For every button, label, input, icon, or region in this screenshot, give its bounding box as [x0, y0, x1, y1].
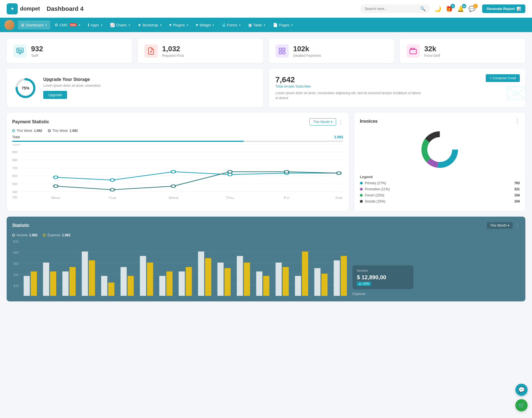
donut-container [360, 129, 520, 170]
svg-rect-5 [279, 48, 282, 50]
search-icon[interactable]: 🔍 [420, 6, 426, 11]
nav-item-cms[interactable]: ⚙ CMS New ▾ [51, 20, 83, 29]
required-price-icon [144, 44, 158, 58]
svg-text:40: 40 [13, 251, 18, 254]
svg-rect-64 [62, 271, 68, 296]
table-arrow: ▾ [264, 24, 265, 27]
nav-item-apps[interactable]: ℹ Apps ▾ [85, 20, 106, 29]
navbar: ⊞ Dashboard ▾ ⚙ CMS New ▾ ℹ Apps ▾ 📈 Cha… [0, 18, 532, 32]
email-subtitle: Total emails Subcriber. [275, 84, 519, 88]
svg-rect-87 [283, 267, 289, 296]
svg-text:100: 100 [12, 144, 20, 146]
upgrade-button[interactable]: Upgrade [43, 91, 67, 99]
nav-item-widget[interactable]: ♥ Widget ▾ [193, 20, 218, 29]
svg-rect-78 [198, 252, 204, 296]
logo-icon: ✦ [7, 3, 18, 14]
svg-rect-0 [17, 48, 23, 53]
statistic-chart-area: Income 1.982 Expense 1.982 [12, 233, 347, 296]
bell-badge: 12 [462, 4, 466, 8]
svg-rect-60 [24, 276, 30, 296]
statistic-legend: Income 1.982 Expense 1.982 [12, 233, 347, 237]
legend-dot-2 [48, 129, 51, 132]
nav-item-table[interactable]: ▦ Table ▾ [245, 20, 268, 29]
income-panel: Income $ 12,890,00 ▲ +15% [352, 265, 413, 289]
legend-color-socials [360, 200, 363, 203]
statistic-filter-button[interactable]: This Month ▾ [487, 222, 513, 229]
nav-item-forms[interactable]: 🖨 Forms ▾ [218, 20, 244, 29]
storage-info: Upgrade Your Storage Lorem ipsum dolor s… [43, 77, 101, 99]
apps-arrow: ▾ [101, 24, 102, 27]
svg-text:90: 90 [12, 150, 17, 154]
svg-text:10: 10 [13, 284, 18, 288]
legend-color-forum [360, 194, 363, 197]
payment-chart: 100 90 80 70 60 50 40 30 [12, 144, 343, 199]
bell-button[interactable]: 🔔 12 [457, 6, 464, 12]
legend-line-promotion: Promotion (11%) 321 [360, 187, 520, 191]
detailed-payments-label: Detalled Payments [293, 54, 321, 58]
gift-button[interactable]: 🎁 2 [446, 6, 453, 12]
nav-item-plugins[interactable]: ♥ Plugins ▾ [166, 20, 191, 29]
nav-item-dashboard[interactable]: ⊞ Dashboard ▾ [18, 20, 50, 29]
svg-text:Wed: Wed [168, 196, 178, 199]
svg-point-35 [171, 185, 176, 188]
svg-rect-86 [276, 263, 282, 296]
svg-text:50: 50 [12, 182, 17, 186]
nav-item-bootstrap[interactable]: ★ Bootstrap ▾ [134, 20, 165, 29]
invoices-more-button[interactable]: ⋮ [515, 118, 520, 124]
search-input[interactable] [365, 7, 420, 11]
forms-icon: 🖨 [222, 23, 226, 27]
svg-rect-73 [147, 263, 153, 296]
svg-point-29 [171, 170, 176, 173]
svg-text:70: 70 [12, 166, 17, 170]
income-panel-title: Income [357, 269, 409, 273]
statistic-header: Statistic This Month ▾ ⋮ [12, 222, 520, 229]
svg-rect-61 [31, 271, 37, 296]
header-icons: 🌙 🎁 2 🔔 12 💬 5 Generate Report 📊 [434, 4, 525, 13]
svg-point-28 [110, 179, 115, 181]
legend-line-socials: Socials (15%) 154 [360, 199, 520, 203]
legend-item-1: This Week 1.982 [12, 129, 42, 133]
svg-text:Mon: Mon [51, 196, 60, 199]
generate-report-button[interactable]: Generate Report 📊 [482, 4, 525, 13]
income-legend-dot [12, 234, 15, 237]
header: ✦ dompet Dashboard 4 🔍 🌙 🎁 2 🔔 12 💬 5 Ge… [0, 0, 532, 18]
darkmode-button[interactable]: 🌙 [434, 6, 441, 12]
svg-rect-76 [179, 271, 185, 296]
cms-arrow: ▾ [79, 24, 80, 27]
nav-item-charts[interactable]: 📈 Charts ▾ [107, 20, 133, 29]
stat-card-force-tariff: 32k Force tariff [400, 39, 525, 63]
svg-rect-8 [283, 52, 285, 54]
payment-legend: This Week 1.982 This Week 1.982 [12, 129, 343, 133]
payment-title: Payment Statistic [12, 119, 49, 124]
legend-dot-1 [12, 129, 15, 132]
svg-rect-88 [295, 276, 301, 296]
svg-text:60: 60 [12, 174, 17, 178]
arrow-up-icon: ▲ [359, 282, 361, 285]
force-tariff-label: Force tariff [424, 54, 440, 58]
legend-val-primary: 763 [514, 181, 520, 185]
svg-rect-66 [82, 252, 88, 296]
payment-filter-button[interactable]: This Month ▾ [310, 118, 336, 125]
invoices-title: Invoices [360, 119, 378, 124]
chat-button[interactable]: 💬 5 [469, 6, 475, 12]
tariff-label: Tariff [31, 54, 43, 58]
detailed-payments-icon [275, 44, 289, 58]
svg-rect-85 [263, 276, 269, 296]
forms-arrow: ▾ [239, 24, 241, 27]
svg-rect-81 [224, 268, 231, 296]
invoices-header: Invoices ⋮ [360, 118, 520, 124]
expense-legend-dot [43, 234, 46, 237]
storage-card: 75% Upgrade Your Storage Lorem ipsum dol… [7, 69, 263, 107]
legend-color-promotion [360, 188, 363, 191]
svg-text:30: 30 [13, 262, 18, 265]
svg-rect-7 [279, 52, 282, 54]
nav-item-pages[interactable]: 📄 Pages ▾ [270, 20, 296, 29]
income-badge: ▲ +15% [357, 282, 371, 286]
svg-rect-93 [341, 256, 347, 296]
svg-text:Tue: Tue [108, 196, 116, 199]
svg-rect-1 [18, 49, 19, 51]
statistic-more-button[interactable]: ⋮ [515, 222, 520, 229]
payment-more-button[interactable]: ⋮ [338, 119, 343, 125]
storage-desc: Lorem ipsum dolor sit amet, onsectetur. [43, 84, 101, 88]
tariff-value: 932 [31, 45, 43, 53]
